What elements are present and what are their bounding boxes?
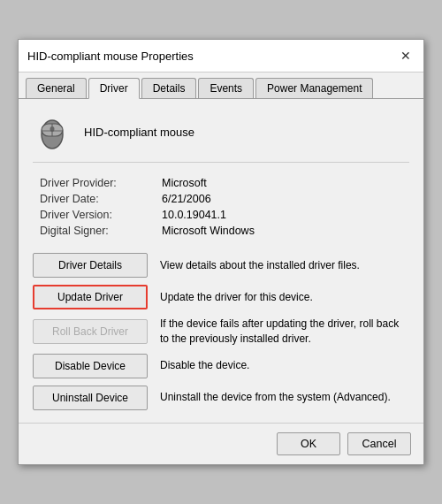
title-bar: HID-compliant mouse Properties ✕ xyxy=(19,40,423,73)
update-driver-button[interactable]: Update Driver xyxy=(33,285,148,309)
device-icon xyxy=(33,111,72,153)
device-header: HID-compliant mouse xyxy=(33,111,409,163)
driver-details-desc: View details about the installed driver … xyxy=(160,258,360,273)
provider-value: Microsoft xyxy=(162,177,409,189)
tab-bar: General Driver Details Events Power Mana… xyxy=(19,73,423,99)
provider-label: Driver Provider: xyxy=(40,177,155,189)
driver-info: Driver Provider: Microsoft Driver Date: … xyxy=(33,177,409,237)
signer-value: Microsoft Windows xyxy=(162,225,409,237)
disable-device-button[interactable]: Disable Device xyxy=(33,354,148,378)
signer-label: Digital Signer: xyxy=(40,225,155,237)
uninstall-device-row: Uninstall Device Uninstall the device fr… xyxy=(33,386,409,410)
ok-button[interactable]: OK xyxy=(277,432,340,455)
tab-general[interactable]: General xyxy=(26,78,87,98)
close-button[interactable]: ✕ xyxy=(397,47,415,65)
device-name: HID-compliant mouse xyxy=(84,126,194,139)
dialog-footer: OK Cancel xyxy=(19,423,423,464)
tab-driver[interactable]: Driver xyxy=(88,78,140,99)
uninstall-device-button[interactable]: Uninstall Device xyxy=(33,386,148,410)
roll-back-button: Roll Back Driver xyxy=(33,319,148,344)
disable-device-desc: Disable the device. xyxy=(160,358,249,373)
tab-events[interactable]: Events xyxy=(198,78,254,98)
date-value: 6/21/2006 xyxy=(162,193,409,205)
dialog-title: HID-compliant mouse Properties xyxy=(27,50,194,63)
driver-details-row: Driver Details View details about the in… xyxy=(33,253,409,278)
cancel-button[interactable]: Cancel xyxy=(347,432,411,455)
date-label: Driver Date: xyxy=(40,193,155,205)
roll-back-desc: If the device fails after updating the d… xyxy=(160,317,409,347)
update-driver-row: Update Driver Update the driver for this… xyxy=(33,285,409,309)
version-label: Driver Version: xyxy=(40,209,155,221)
roll-back-row: Roll Back Driver If the device fails aft… xyxy=(33,317,409,347)
driver-details-button[interactable]: Driver Details xyxy=(33,253,148,278)
version-value: 10.0.19041.1 xyxy=(162,209,409,221)
tab-details[interactable]: Details xyxy=(141,78,197,98)
update-driver-desc: Update the driver for this device. xyxy=(160,290,313,305)
properties-dialog: HID-compliant mouse Properties ✕ General… xyxy=(18,39,424,465)
action-buttons: Driver Details View details about the in… xyxy=(33,253,409,410)
disable-device-row: Disable Device Disable the device. xyxy=(33,354,409,378)
tab-power-management[interactable]: Power Management xyxy=(255,78,373,98)
uninstall-device-desc: Uninstall the device from the system (Ad… xyxy=(160,390,391,405)
tab-content: HID-compliant mouse Driver Provider: Mic… xyxy=(19,99,423,423)
